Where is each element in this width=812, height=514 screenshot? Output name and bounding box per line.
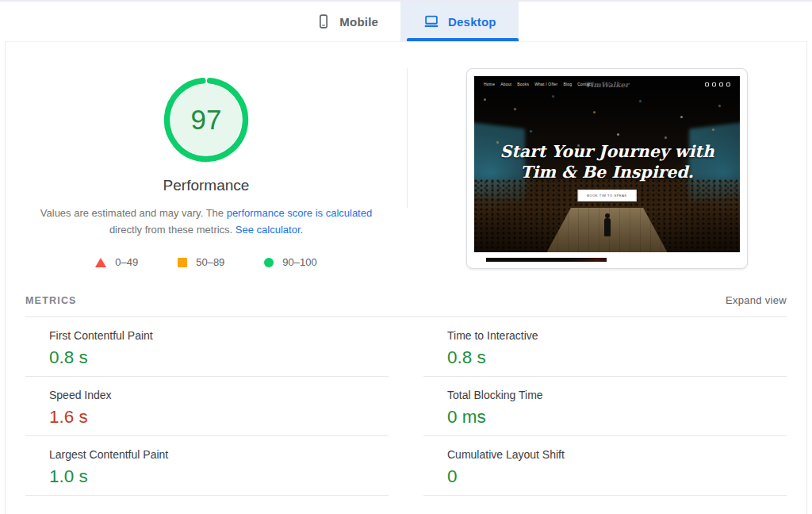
performance-gauge[interactable]: 97 bbox=[162, 75, 251, 164]
summary-section: 97 Performance Values are estimated and … bbox=[6, 42, 806, 269]
metrics-title: METRICS bbox=[25, 295, 77, 306]
legend-average: 50–89 bbox=[178, 256, 224, 268]
tab-desktop-label: Desktop bbox=[448, 15, 496, 29]
expand-view-button[interactable]: Expand view bbox=[726, 294, 787, 306]
score-legend: 0–49 50–89 90–100 bbox=[95, 256, 316, 268]
site-nav-blog: Blog bbox=[563, 82, 572, 86]
metric-name: Total Blocking Time bbox=[447, 389, 787, 401]
mobile-phone-icon bbox=[316, 13, 331, 30]
metric-name: Largest Contentful Paint bbox=[49, 448, 389, 461]
desktop-laptop-icon bbox=[423, 13, 440, 30]
performance-score-column: 97 Performance Values are estimated and … bbox=[6, 66, 407, 269]
metric-speed-index: Speed Index 1.6 s bbox=[25, 377, 389, 436]
site-nav-home: Home bbox=[484, 82, 495, 86]
social-icon bbox=[712, 82, 716, 86]
metric-cumulative-layout-shift: Cumulative Layout Shift 0 bbox=[423, 436, 787, 496]
metric-value: 1.6 s bbox=[49, 407, 389, 428]
site-nav-books: Books bbox=[517, 82, 529, 86]
social-icon bbox=[719, 82, 723, 86]
metric-name: Cumulative Layout Shift bbox=[447, 448, 787, 461]
site-nav-links: Home About Books What I Offer Blog Conta… bbox=[484, 82, 592, 86]
metric-value: 1.0 s bbox=[49, 466, 389, 487]
metrics-grid: First Contentful Paint 0.8 s Speed Index… bbox=[25, 317, 787, 496]
performance-label: Performance bbox=[163, 177, 250, 194]
score-disclaimer: Values are estimated and may vary. The p… bbox=[29, 205, 384, 238]
tab-desktop[interactable]: Desktop bbox=[400, 2, 519, 41]
metric-value: 0 bbox=[447, 466, 787, 487]
legend-pass: 90–100 bbox=[264, 256, 316, 268]
site-nav-bar: Home About Books What I Offer Blog Conta… bbox=[474, 82, 740, 86]
site-headline: Start Your Journey with Tim & Be Inspire… bbox=[474, 141, 740, 182]
score-calculated-link[interactable]: performance score is calculated bbox=[227, 207, 373, 219]
disclaimer-text-middle: directly from these metrics. bbox=[109, 224, 236, 236]
device-tabbar: Mobile Desktop bbox=[0, 0, 812, 41]
screenshot-column: Home About Books What I Offer Blog Conta… bbox=[408, 66, 806, 269]
metric-name: Time to Interactive bbox=[447, 329, 787, 342]
fail-triangle-icon bbox=[95, 258, 106, 267]
performance-score-value: 97 bbox=[162, 75, 251, 164]
site-headline-line2: Tim & Be Inspired. bbox=[474, 162, 740, 182]
tab-mobile-label: Mobile bbox=[339, 15, 378, 29]
screenshot-footer-bar bbox=[486, 258, 607, 262]
social-icon bbox=[726, 82, 730, 86]
metric-name: First Contentful Paint bbox=[49, 329, 389, 342]
metrics-column-right: Time to Interactive 0.8 s Total Blocking… bbox=[423, 317, 787, 496]
legend-fail-label: 0–49 bbox=[115, 256, 138, 268]
site-nav-about: About bbox=[500, 82, 511, 86]
site-nav-what-i-offer: What I Offer bbox=[534, 82, 557, 86]
site-headline-line1: Start Your Journey with bbox=[474, 141, 740, 162]
metric-value: 0.8 s bbox=[49, 347, 389, 368]
metric-largest-contentful-paint: Largest Contentful Paint 1.0 s bbox=[25, 436, 389, 496]
page-screenshot-image: Home About Books What I Offer Blog Conta… bbox=[474, 76, 740, 252]
metrics-header-row: METRICS Expand view bbox=[25, 294, 787, 317]
site-social-icons bbox=[705, 82, 730, 86]
tab-mobile[interactable]: Mobile bbox=[293, 2, 400, 41]
metric-value: 0 ms bbox=[447, 407, 787, 428]
site-cta-button: BOOK TIM TO SPEAK bbox=[577, 190, 637, 201]
legend-fail: 0–49 bbox=[95, 256, 138, 268]
screenshot-footer-strip bbox=[474, 252, 740, 267]
site-nav-contact: Contact bbox=[577, 82, 592, 86]
pass-circle-icon bbox=[264, 258, 274, 267]
metric-name: Speed Index bbox=[49, 389, 389, 401]
report-panel: 97 Performance Values are estimated and … bbox=[5, 41, 807, 514]
metrics-column-left: First Contentful Paint 0.8 s Speed Index… bbox=[25, 317, 389, 496]
disclaimer-text-before: Values are estimated and may vary. The bbox=[40, 207, 227, 219]
speaker-silhouette bbox=[604, 218, 611, 236]
average-square-icon bbox=[178, 258, 187, 267]
metric-time-to-interactive: Time to Interactive 0.8 s bbox=[423, 317, 787, 377]
metric-value: 0.8 s bbox=[447, 347, 787, 368]
see-calculator-link[interactable]: See calculator. bbox=[236, 224, 303, 236]
page-screenshot-card: Home About Books What I Offer Blog Conta… bbox=[466, 68, 748, 269]
social-icon bbox=[705, 82, 709, 86]
metrics-section: METRICS Expand view First Contentful Pai… bbox=[25, 294, 787, 496]
metric-first-contentful-paint: First Contentful Paint 0.8 s bbox=[25, 317, 389, 377]
metric-total-blocking-time: Total Blocking Time 0 ms bbox=[423, 377, 787, 436]
stage-lights-decoration bbox=[484, 98, 486, 101]
legend-average-label: 50–89 bbox=[196, 256, 224, 268]
legend-pass-label: 90–100 bbox=[282, 256, 316, 268]
